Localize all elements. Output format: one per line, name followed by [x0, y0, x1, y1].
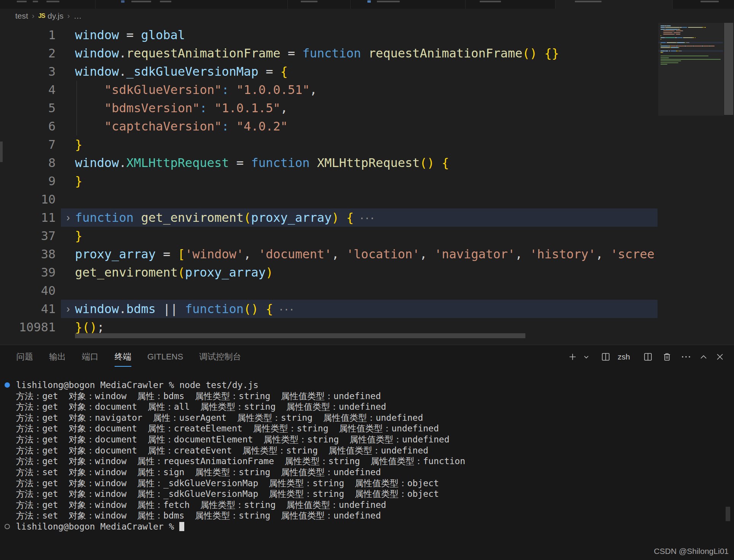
line-number: 39: [0, 263, 56, 282]
code-line[interactable]: 40: [0, 282, 734, 300]
fold-chevron-icon[interactable]: ›: [62, 208, 74, 227]
code-text: }: [75, 172, 657, 190]
code-line[interactable]: 5 "bdmsVersion": "1.0.1.5",: [0, 99, 734, 117]
active-tab-fragment[interactable]: [555, 0, 672, 9]
code-line[interactable]: 3window._sdkGlueVersionMap = {: [0, 62, 734, 81]
terminal-scrollbar[interactable]: [726, 507, 730, 521]
js-file-icon: JS: [38, 13, 45, 19]
code-line[interactable]: 38proxy_array = ['window', 'document', '…: [0, 245, 734, 263]
code-line[interactable]: 37}: [0, 227, 734, 245]
code-line[interactable]: 8window.XMLHttpRequest = function XMLHtt…: [0, 154, 734, 172]
terminal-line: 方法：get 对象：window 属性：_sdkGlueVersionMap 属…: [16, 488, 724, 500]
minimap-line: [695, 37, 696, 38]
code-line[interactable]: 10: [0, 190, 734, 208]
line-number: 10: [0, 190, 56, 208]
breadcrumb-item[interactable]: dy.js: [48, 11, 64, 21]
minimap-line: [688, 27, 702, 28]
terminal-line: 方法：get 对象：window 属性：_sdkGlueVersionMap 属…: [16, 478, 724, 489]
minimap-line: [693, 37, 694, 38]
maximize-panel-chevron-up-icon[interactable]: [700, 355, 707, 359]
code-line[interactable]: 9}: [0, 172, 734, 190]
close-panel-icon[interactable]: [716, 353, 723, 360]
breadcrumb-item[interactable]: test: [15, 11, 28, 21]
shell-command-outline-dot: [5, 524, 10, 529]
horizontal-scrollbar[interactable]: [75, 333, 525, 338]
kill-terminal-trash-icon[interactable]: [663, 352, 671, 361]
minimap-line: [661, 35, 661, 36]
minimap-line: [661, 57, 669, 58]
minimap-line: [661, 37, 665, 38]
terminal-line: 方法：set 对象：window 属性：sign 属性类型：string 属性值…: [16, 467, 724, 478]
minimap-line: [686, 42, 689, 43]
panel-tab-item[interactable]: GITLENS: [147, 345, 183, 369]
minimap-line: [676, 34, 681, 35]
code-text: get_enviroment(proxy_array): [75, 263, 657, 282]
terminal-tab-split-icon[interactable]: [601, 352, 610, 361]
tab-label-fragment: [33, 1, 38, 2]
line-number: 40: [0, 282, 56, 300]
editor-tab-bar[interactable]: [0, 0, 734, 9]
launch-profile-chevron-down-icon[interactable]: [583, 354, 589, 360]
left-scroll-decoration: [0, 142, 3, 162]
minimap[interactable]: [659, 25, 722, 113]
minimap-line: [682, 27, 687, 28]
tab-label-fragment: [160, 1, 171, 2]
minimap-line: [661, 47, 670, 48]
code-line[interactable]: 11›function get_enviroment(proxy_array) …: [0, 208, 734, 227]
panel-header: 问题输出端口终端GITLENS调试控制台 zsh: [0, 345, 734, 369]
tab-label-fragment: [377, 1, 400, 2]
minimap-line: [680, 27, 681, 28]
terminal-line: 方法：get 对象：window 属性：requestAnimationFram…: [16, 456, 724, 467]
code-text: window._sdkGlueVersionMap = {: [75, 62, 657, 81]
minimap-line: [662, 52, 663, 53]
minimap-line: [702, 27, 704, 28]
minimap-line: [661, 39, 661, 40]
line-number: 6: [0, 117, 56, 135]
tab-separator: [350, 0, 351, 9]
panel-tab-item[interactable]: 端口: [82, 345, 99, 369]
more-actions-ellipsis-icon[interactable]: [681, 355, 691, 358]
new-terminal-button[interactable]: [568, 353, 577, 361]
panel-tab-item[interactable]: 输出: [49, 345, 66, 369]
minimap-line: [661, 29, 665, 30]
breadcrumb-item[interactable]: …: [73, 11, 81, 21]
minimap-line: [671, 51, 676, 51]
code-line[interactable]: 6 "captchaVersion": "4.0.2": [0, 117, 734, 135]
code-line[interactable]: 1window = global: [0, 26, 734, 44]
minimap-line: [694, 46, 702, 46]
code-text: "bdmsVersion": "1.0.1.5",: [75, 99, 657, 117]
panel-tab-item[interactable]: 问题: [16, 345, 33, 369]
panel-tab-item[interactable]: 调试控制台: [199, 345, 241, 369]
minimap-line: [680, 29, 680, 30]
panel-actions: zsh: [568, 345, 723, 369]
terminal-line: 方法：get 对象：document 属性：documentElement 属性…: [16, 434, 724, 445]
code-line[interactable]: 41›window.bdms || function() { ···: [0, 300, 734, 318]
fold-chevron-icon[interactable]: ›: [62, 300, 74, 318]
panel-tab-active[interactable]: 终端: [115, 345, 131, 369]
code-line[interactable]: 4 "sdkGlueVersion": "1.0.0.51",: [0, 81, 734, 99]
terminal-line: 方法：get 对象：document 属性：all 属性类型：string 属性…: [16, 401, 724, 412]
vertical-scrollbar[interactable]: [724, 23, 733, 115]
watermark: CSDN @ShilongLi01: [654, 547, 729, 556]
code-line[interactable]: 39get_enviroment(proxy_array): [0, 263, 734, 282]
shell-label[interactable]: zsh: [618, 352, 630, 361]
minimap-line: [661, 25, 665, 26]
code-line[interactable]: 2window.requestAnimationFrame = function…: [0, 44, 734, 62]
minimap-line: [671, 46, 676, 46]
minimap-line: [683, 30, 683, 31]
tab-separator: [465, 0, 466, 9]
tab-label-fragment: [700, 1, 719, 2]
terminal-line: 方法：get 对象：window 属性：bdms 属性类型：string 属性值…: [16, 391, 724, 402]
breadcrumb-chevron-icon: ›: [67, 11, 70, 20]
minimap-line: [686, 46, 693, 46]
code-editor[interactable]: 1window = global2window.requestAnimation…: [0, 23, 734, 345]
minimap-line: [667, 25, 671, 26]
minimap-line: [661, 27, 665, 28]
code-line[interactable]: 7}: [0, 135, 734, 154]
panel-tabs: 问题输出端口终端GITLENS调试控制台: [0, 345, 257, 369]
split-terminal-button[interactable]: [643, 352, 653, 361]
line-number: 9: [0, 172, 56, 190]
terminal-line: 方法：get 对象：navigator 属性：userAgent 属性类型：st…: [16, 412, 724, 423]
tab-separator: [287, 0, 288, 9]
code-text: window.bdms || function() { ···: [75, 300, 657, 319]
